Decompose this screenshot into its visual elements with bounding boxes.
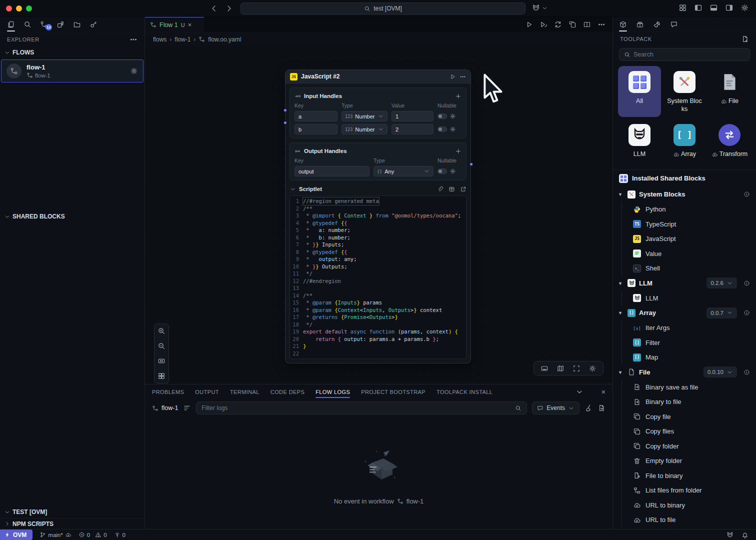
minimize-window-button[interactable] (16, 6, 22, 12)
block-item-url-to-binary[interactable]: URL to binary (613, 498, 756, 512)
block-item-list-files-from-folder[interactable]: List files from folder (613, 483, 756, 498)
handle-key-field[interactable]: a (294, 111, 338, 122)
panel-tab-code-deps[interactable]: CODE DEPS (270, 384, 304, 400)
input-handle-a[interactable] (283, 108, 288, 112)
toolpack-card-all[interactable]: All (618, 66, 661, 117)
panel-tab-project-bootstrap[interactable]: PROJECT BOOTSTRAP (361, 384, 426, 400)
flows-section-header[interactable]: FLOWS (0, 46, 144, 58)
layout-grid-icon[interactable] (678, 4, 687, 12)
activity-flow-icon[interactable]: 12 (38, 18, 50, 31)
block-group-file[interactable]: ▾File0.0.10 (613, 364, 756, 380)
toolpack-search-field[interactable] (619, 48, 750, 61)
git-branch-status[interactable]: main* (40, 532, 71, 538)
version-select[interactable]: 0.0.7 (706, 308, 737, 318)
activity-search-icon[interactable] (22, 18, 34, 31)
block-item-llm[interactable]: LLM (613, 290, 756, 306)
panel-flow-name[interactable]: flow-1 (152, 404, 178, 412)
editor-action-dots-icon[interactable] (598, 20, 606, 28)
rpanel-tab-box-icon[interactable] (617, 18, 629, 31)
rpanel-tab-rocket-icon[interactable] (651, 18, 663, 31)
block-item-typescript[interactable]: TSTypeScript (613, 216, 756, 232)
editor-action-play-step-icon[interactable] (540, 20, 548, 28)
fit-icon[interactable] (158, 357, 166, 365)
node-menu-icon[interactable] (460, 74, 466, 80)
add-output-icon[interactable] (455, 148, 462, 154)
activity-folder-icon[interactable] (71, 18, 83, 31)
editor-action-dup-icon[interactable] (568, 20, 576, 28)
tab-close-icon[interactable]: × (188, 21, 192, 28)
handle-key-field[interactable]: b (294, 124, 338, 134)
canvas-map-icon[interactable] (556, 364, 564, 372)
filter-logs-field[interactable] (196, 402, 527, 414)
editor-action-loop-icon[interactable] (554, 20, 562, 28)
export-logs-icon[interactable] (598, 404, 606, 412)
close-window-button[interactable] (6, 6, 12, 12)
flow-canvas[interactable]: JS JavaScript #2 Input Handles (145, 46, 612, 384)
filter-logs-input[interactable] (202, 404, 515, 412)
block-item-value[interactable]: Value (613, 246, 756, 261)
activity-key-icon[interactable] (88, 18, 100, 31)
tab-flow-1[interactable]: Flow 1 U × (145, 17, 204, 32)
activity-files-icon[interactable] (5, 18, 17, 31)
panel-left-icon[interactable] (694, 4, 702, 12)
gear-icon[interactable] (740, 4, 749, 12)
flow-card[interactable]: flow-1 flow-1 (1, 60, 144, 82)
llm-menu[interactable] (532, 4, 548, 12)
panel-bottom-icon[interactable] (710, 4, 718, 12)
block-item-copy-flies[interactable]: Copy flies (613, 424, 756, 439)
breadcrumb-item[interactable]: flow-1 (174, 36, 190, 43)
explorer-menu-icon[interactable] (130, 36, 138, 44)
zoom-out-icon[interactable] (158, 342, 166, 350)
run-node-icon[interactable] (450, 74, 456, 80)
info-icon[interactable] (744, 310, 750, 316)
block-item-file-to-binary[interactable]: File to binary (613, 468, 756, 483)
rpanel-tab-chat-icon[interactable] (668, 18, 680, 31)
command-center-search[interactable]: test [OVM] (240, 2, 526, 14)
canvas-minipanel-icon[interactable] (540, 364, 548, 372)
block-item-binary-to-file[interactable]: Binary to file (613, 394, 756, 410)
version-select[interactable]: 0.2.6 (706, 278, 737, 288)
table-icon[interactable] (448, 186, 455, 192)
panel-right-icon[interactable] (725, 4, 734, 12)
block-item-copy-folder[interactable]: Copy folder (613, 438, 756, 454)
handle-type-select[interactable]: 123Number (342, 124, 388, 134)
toolpack-search-input[interactable] (634, 51, 745, 58)
handle-value-field[interactable]: 1 (392, 111, 434, 122)
panel-tab-problems[interactable]: PROBLEMS (152, 384, 184, 400)
breadcrumb-item[interactable]: flow.oo.yaml (208, 36, 241, 43)
shared-blocks-section-header[interactable]: SHARED BLOCKS (0, 210, 144, 222)
version-select[interactable]: 0.0.10 (704, 366, 737, 378)
block-item-iter-args[interactable]: [x]Iter Args (613, 320, 756, 336)
handle-key-field[interactable]: output (294, 166, 370, 176)
history-forward-button[interactable] (225, 4, 233, 12)
handle-settings-icon[interactable] (450, 113, 456, 120)
toolpack-card-array[interactable]: [ ]Array (663, 119, 706, 162)
block-item-map[interactable]: []Map (613, 350, 756, 365)
chevron-down-icon[interactable] (290, 186, 296, 192)
handle-settings-icon[interactable] (450, 126, 456, 132)
new-toolpack-icon[interactable] (741, 35, 749, 43)
node-header[interactable]: JS JavaScript #2 (286, 70, 470, 84)
toolpack-card-llm[interactable]: LLM (618, 119, 661, 162)
handle-type-select[interactable]: 123Number (342, 111, 388, 122)
block-item-python[interactable]: Python (613, 202, 756, 217)
block-item-copy-file[interactable]: Copy file (613, 409, 756, 424)
handle-value-field[interactable]: 2 (392, 124, 434, 134)
clear-logs-icon[interactable] (584, 404, 592, 412)
log-list-icon[interactable] (183, 404, 191, 412)
ext-icon[interactable] (460, 186, 466, 192)
editor-action-split-icon[interactable] (583, 20, 591, 28)
project-section-header[interactable]: TEST [OVM] (0, 506, 144, 518)
toolpack-card-transform[interactable]: Transform (708, 119, 751, 162)
panel-tab-terminal[interactable]: TERMINAL (230, 384, 260, 400)
output-handle[interactable] (469, 162, 474, 166)
info-icon[interactable] (744, 280, 750, 286)
javascript-node[interactable]: JS JavaScript #2 Input Handles (285, 70, 471, 364)
events-dropdown[interactable]: Events (532, 402, 580, 414)
panel-tab-flow-logs[interactable]: FLOW LOGS (316, 384, 350, 400)
grid4-icon[interactable] (158, 372, 166, 380)
toolpack-card-file[interactable]: File (708, 66, 751, 117)
toolpack-card-system-blocks[interactable]: System Blocks (663, 66, 706, 117)
ports-status[interactable]: 0 (114, 532, 126, 538)
panel-maximize-icon[interactable] (576, 388, 584, 396)
